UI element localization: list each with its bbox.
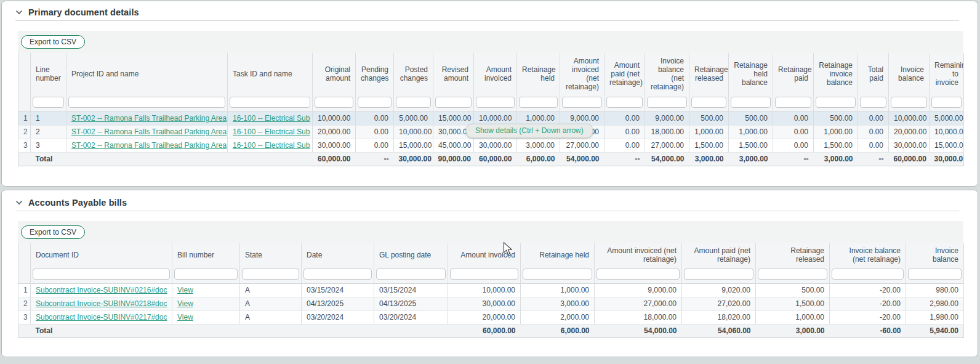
column-header-date[interactable]: Date — [302, 243, 374, 267]
column-header-invoice-balance[interactable]: Invoice balance — [889, 53, 930, 95]
total-cell-retainage-released: 3,000.00 — [756, 324, 830, 338]
column-header-pending-changes[interactable]: Pending changes — [356, 53, 394, 95]
task-id-link[interactable]: 16-100 -- Electrical Sub — [233, 127, 310, 136]
column-header-remaining-to-invoice[interactable]: Remaining to invoice — [930, 53, 964, 95]
filter-input-task-id[interactable] — [230, 97, 310, 108]
filter-input-project-id[interactable] — [68, 97, 225, 108]
column-header-revised-amount[interactable]: Revised amount — [433, 53, 474, 95]
filter-input-amount-paid-net[interactable] — [684, 269, 753, 280]
column-header-amount-invoiced-net[interactable]: Amount invoiced (net retainage) — [560, 53, 604, 95]
filter-input-amount-invoiced-net[interactable] — [596, 269, 680, 280]
column-header-gl-posting-date[interactable]: GL posting date — [374, 243, 448, 267]
section-header-primary[interactable]: Primary document details — [15, 7, 978, 18]
filter-input-invoice-balance-net[interactable] — [647, 97, 687, 108]
export-to-csv-button[interactable]: Export to CSV — [21, 35, 85, 49]
export-to-csv-button[interactable]: Export to CSV — [21, 225, 85, 239]
column-header-total-paid[interactable]: Total paid — [858, 53, 889, 95]
column-header-retainage-held[interactable]: Retainage held — [517, 53, 560, 95]
cell-remaining-to-invoice: 10,000.00 — [930, 125, 964, 139]
project-id-link[interactable]: ST-002 -- Ramona Falls Trailhead Parking… — [71, 114, 227, 123]
column-header-amount-invoiced-net[interactable]: Amount invoiced (net retainage) — [595, 243, 682, 267]
filter-input-amount-invoiced-net[interactable] — [562, 97, 602, 108]
cell-bill-number: View — [172, 283, 240, 297]
filter-input-invoice-balance-net[interactable] — [832, 269, 904, 280]
filter-input-revised-amount[interactable] — [435, 97, 472, 108]
column-header-bill-number[interactable]: Bill number — [172, 243, 240, 267]
cell-retainage-held-balance: 1,000.00 — [729, 125, 773, 139]
section-title: Primary document details — [28, 7, 139, 17]
total-cell-pending-changes: -- — [356, 152, 394, 166]
cell-project-id: ST-002 -- Ramona Falls Trailhead Parking… — [66, 139, 228, 152]
column-header-retainage-held-balance[interactable]: Retainage held balance — [729, 53, 773, 95]
filter-input-invoice-balance[interactable] — [908, 269, 962, 280]
task-id-link[interactable]: 16-100 -- Electrical Sub — [233, 114, 310, 123]
filter-input-state[interactable] — [242, 269, 299, 280]
project-id-link[interactable]: ST-002 -- Ramona Falls Trailhead Parking… — [71, 127, 227, 136]
column-header-invoice-balance[interactable]: Invoice balance — [906, 243, 964, 267]
column-header-original-amount[interactable]: Original amount — [313, 53, 356, 95]
filter-input-retainage-invoice-balance[interactable] — [816, 97, 856, 108]
bill-number-link[interactable]: View — [177, 313, 193, 322]
table-row[interactable]: 2Subcontract Invoice-SUBINV#0218#docView… — [18, 297, 964, 310]
chevron-down-icon[interactable] — [15, 200, 23, 205]
bill-number-link[interactable]: View — [177, 299, 193, 308]
filter-input-pending-changes[interactable] — [358, 97, 392, 108]
filter-input-amount-paid-net[interactable] — [606, 97, 643, 108]
column-header-project-id[interactable]: Project ID and name — [66, 53, 228, 95]
cell-retainage-held: 3,000.00 — [517, 139, 560, 152]
column-header-retainage-released[interactable]: Retainage released — [756, 243, 830, 267]
cell-invoice-balance: 10,000.00 — [889, 111, 930, 125]
table-row[interactable]: 1Subcontract Invoice-SUBINV#0216#docView… — [18, 283, 964, 297]
document-id-link[interactable]: Subcontract Invoice-SUBINV#0217#doc — [36, 313, 167, 322]
column-header-document-id[interactable]: Document ID — [31, 243, 172, 267]
cell-posted-changes: 10,000.00 — [394, 125, 433, 139]
filter-input-retainage-held[interactable] — [523, 269, 592, 280]
project-id-link[interactable]: ST-002 -- Ramona Falls Trailhead Parking… — [71, 141, 227, 150]
column-header-retainage-invoice-balance[interactable]: Retainage invoice balance — [814, 53, 858, 95]
filter-input-retainage-paid[interactable] — [775, 97, 811, 108]
table-row[interactable]: 33ST-002 -- Ramona Falls Trailhead Parki… — [18, 139, 964, 152]
cell-amount-invoiced: 30,000.00 — [474, 139, 517, 152]
task-id-link[interactable]: 16-100 -- Electrical Sub — [233, 141, 310, 150]
column-header-retainage-paid[interactable]: Retainage paid — [773, 53, 814, 95]
cell-posted-changes: 5,000.00 — [394, 111, 433, 125]
column-header-retainage-held[interactable]: Retainage held — [521, 243, 595, 267]
column-header-line-number[interactable]: Line number — [31, 53, 66, 95]
column-header-invoice-balance-net[interactable]: Invoice balance (net retainage) — [645, 53, 689, 95]
primary-document-details-panel: Primary document details Export to CSV L… — [1, 1, 978, 187]
filter-input-date[interactable] — [303, 269, 372, 280]
filter-input-amount-invoiced[interactable] — [476, 97, 515, 108]
bill-number-link[interactable]: View — [177, 286, 193, 294]
filter-input-amount-invoiced[interactable] — [450, 269, 518, 280]
filter-input-retainage-held[interactable] — [519, 97, 558, 108]
filter-input-original-amount[interactable] — [315, 97, 353, 108]
section-header-ap-bills[interactable]: Accounts Payable bills — [15, 197, 978, 208]
column-header-invoice-balance-net[interactable]: Invoice balance (net retainage) — [830, 243, 906, 267]
column-header-retainage-released[interactable]: Retainage released — [689, 53, 729, 95]
column-header-state[interactable]: State — [240, 243, 302, 267]
filter-input-retainage-held-balance[interactable] — [731, 97, 771, 108]
filter-input-posted-changes[interactable] — [396, 97, 431, 108]
filter-input-retainage-released[interactable] — [691, 97, 726, 108]
filter-input-line-number[interactable] — [33, 97, 64, 108]
column-header-amount-invoiced[interactable]: Amount invoiced — [474, 53, 517, 95]
column-header-task-id[interactable]: Task ID and name — [228, 53, 313, 95]
table-row[interactable]: 3Subcontract Invoice-SUBINV#0217#docView… — [18, 310, 964, 324]
chevron-down-icon[interactable] — [15, 10, 23, 15]
filter-input-retainage-released[interactable] — [758, 269, 827, 280]
filter-input-total-paid[interactable] — [860, 97, 886, 108]
filter-input-document-id[interactable] — [33, 269, 170, 280]
table-row[interactable]: 11ST-002 -- Ramona Falls Trailhead Parki… — [18, 111, 964, 125]
document-id-link[interactable]: Subcontract Invoice-SUBINV#0218#doc — [36, 299, 167, 308]
column-header-amount-paid-net[interactable]: Amount paid (net retainage) — [682, 243, 756, 267]
column-header-posted-changes[interactable]: Posted changes — [394, 53, 433, 95]
filter-input-bill-number[interactable] — [174, 269, 238, 280]
cell-amount-invoiced-net: 9,000.00 — [595, 283, 682, 297]
column-header-amount-paid-net[interactable]: Amount paid (net retainage) — [604, 53, 645, 95]
column-header-amount-invoiced[interactable]: Amount invoiced — [448, 243, 521, 267]
filter-input-remaining-to-invoice[interactable] — [931, 97, 962, 108]
total-cell-task-id — [228, 152, 313, 166]
document-id-link[interactable]: Subcontract Invoice-SUBINV#0216#doc — [36, 286, 167, 294]
filter-input-invoice-balance[interactable] — [891, 97, 927, 108]
filter-input-gl-posting-date[interactable] — [376, 269, 446, 280]
